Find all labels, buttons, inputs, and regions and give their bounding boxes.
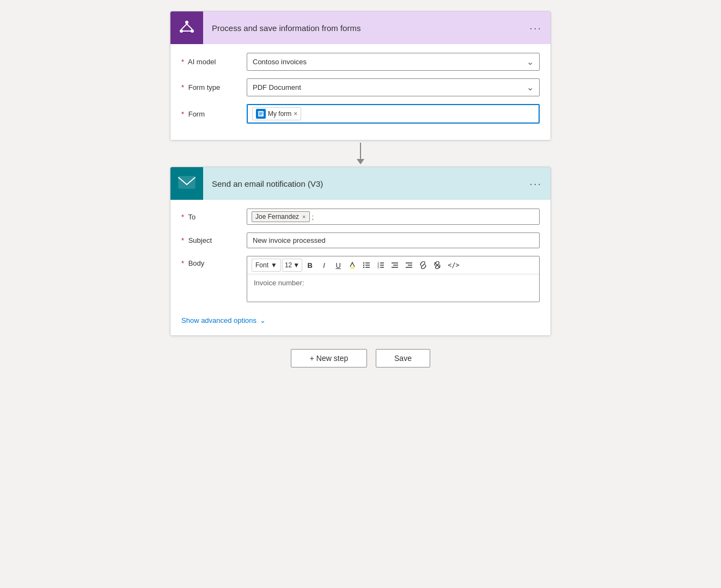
increase-indent-button[interactable] [402, 259, 416, 272]
body-control: Font ▼ 12 ▼ B I U [247, 256, 540, 302]
form-required: * [181, 110, 184, 118]
to-input[interactable]: Joe Fernandez × ; [247, 209, 540, 225]
card2-header: Send an email notification (V3) ··· [170, 167, 551, 200]
svg-point-11 [363, 265, 364, 266]
recipient-semicolon: ; [312, 213, 314, 221]
unlink-button[interactable] [431, 259, 444, 272]
form-type-control: PDF Document ⌄ [247, 78, 540, 96]
card1-title: Process and save information from forms [203, 23, 521, 33]
canvas: Process and save information from forms … [0, 0, 721, 367]
form-type-row: * Form type PDF Document ⌄ [181, 78, 540, 96]
connector-line-1 [360, 143, 361, 159]
link-button[interactable] [417, 259, 430, 272]
subject-required: * [181, 236, 184, 244]
card2-body: * To Joe Fernandez × ; * [170, 200, 551, 335]
unlink-icon [433, 261, 441, 269]
font-size-dropdown-arrow: ▼ [293, 261, 300, 269]
form-label: * Form [181, 110, 247, 118]
card2-icon [170, 167, 203, 200]
card1-more-button[interactable]: ··· [521, 11, 551, 44]
body-content[interactable]: Invoice number: [247, 274, 539, 302]
body-editor: Font ▼ 12 ▼ B I U [247, 256, 540, 302]
font-size-value: 12 [285, 261, 292, 269]
to-required: * [181, 213, 184, 221]
bottom-buttons: + New step Save [291, 349, 430, 367]
font-select[interactable]: Font ▼ [252, 259, 281, 272]
form-tag-close[interactable]: × [294, 110, 297, 118]
form-type-label: * Form type [181, 83, 247, 91]
highlight-icon [349, 261, 356, 269]
font-dropdown-arrow: ▼ [271, 261, 277, 269]
card2-title: Send an email notification (V3) [203, 179, 521, 188]
bullet-list-icon [363, 261, 370, 269]
form-tag-input[interactable]: My form × [247, 104, 540, 124]
recipient-close[interactable]: × [302, 213, 305, 220]
svg-line-3 [181, 24, 187, 29]
recipient-name: Joe Fernandez [255, 213, 299, 220]
form-icon [258, 111, 264, 117]
subject-control: New invoice processed [247, 232, 540, 248]
font-label: Font [255, 261, 268, 269]
email-icon [178, 176, 195, 191]
show-advanced-options[interactable]: Show advanced options ⌄ [181, 310, 540, 327]
form-type-dropdown[interactable]: PDF Document ⌄ [247, 78, 540, 96]
card2-more-button[interactable]: ··· [521, 167, 551, 200]
ai-model-dropdown-arrow: ⌄ [527, 57, 534, 67]
card-send-email: Send an email notification (V3) ··· * To… [170, 167, 551, 336]
ai-model-label: * AI model [181, 58, 247, 66]
card1-icon [170, 11, 203, 44]
form-row: * Form My form × [181, 104, 540, 124]
form-tag: My form × [252, 107, 301, 120]
italic-button[interactable]: I [317, 259, 331, 272]
ai-model-control: Contoso invoices ⌄ [247, 53, 540, 71]
numbered-list-icon: 1. 2. 3. [377, 261, 384, 269]
card-process-forms: Process and save information from forms … [170, 11, 551, 140]
card1-header: Process and save information from forms … [170, 11, 551, 44]
form-type-required: * [181, 83, 184, 91]
form-tag-icon [256, 109, 266, 119]
numbered-list-button[interactable]: 1. 2. 3. [374, 259, 387, 272]
svg-line-4 [187, 24, 192, 29]
show-advanced-label: Show advanced options [181, 316, 256, 324]
to-row: * To Joe Fernandez × ; [181, 209, 540, 225]
body-required: * [181, 259, 184, 267]
svg-text:3.: 3. [377, 266, 380, 269]
card1-body: * AI model Contoso invoices ⌄ * Form typ… [170, 44, 551, 140]
subject-row: * Subject New invoice processed [181, 232, 540, 248]
link-icon [419, 261, 427, 269]
svg-point-13 [363, 267, 364, 268]
ai-model-row: * AI model Contoso invoices ⌄ [181, 53, 540, 71]
increase-indent-icon [405, 261, 413, 269]
svg-point-9 [363, 262, 364, 264]
body-label: * Body [181, 256, 247, 267]
subject-input[interactable]: New invoice processed [247, 232, 540, 248]
save-button[interactable]: Save [376, 349, 430, 367]
form-control: My form × [247, 104, 540, 124]
to-label: * To [181, 213, 247, 221]
connector-arrow-1 [357, 143, 364, 164]
code-button[interactable]: </> [445, 259, 462, 272]
svg-rect-7 [179, 176, 195, 188]
svg-rect-8 [350, 267, 355, 268]
subject-label: * Subject [181, 236, 247, 244]
decrease-indent-button[interactable] [388, 259, 401, 272]
form-type-dropdown-arrow: ⌄ [527, 82, 534, 93]
to-control: Joe Fernandez × ; [247, 209, 540, 225]
ai-model-dropdown[interactable]: Contoso invoices ⌄ [247, 53, 540, 71]
body-row: * Body Font ▼ 12 ▼ [181, 256, 540, 302]
svg-point-0 [185, 21, 188, 24]
process-icon [178, 19, 195, 36]
bold-button[interactable]: B [303, 259, 316, 272]
connector-arrowhead-1 [357, 159, 364, 164]
decrease-indent-icon [391, 261, 399, 269]
highlight-button[interactable] [346, 259, 359, 272]
underline-button[interactable]: U [332, 259, 345, 272]
show-advanced-chevron: ⌄ [260, 316, 266, 324]
body-toolbar: Font ▼ 12 ▼ B I U [247, 256, 539, 274]
new-step-button[interactable]: + New step [291, 349, 367, 367]
ai-model-required: * [181, 58, 184, 66]
recipient-tag: Joe Fernandez × [252, 211, 310, 222]
form-tag-label: My form [268, 110, 291, 118]
bullet-list-button[interactable] [360, 259, 373, 272]
font-size-select[interactable]: 12 ▼ [282, 259, 302, 272]
